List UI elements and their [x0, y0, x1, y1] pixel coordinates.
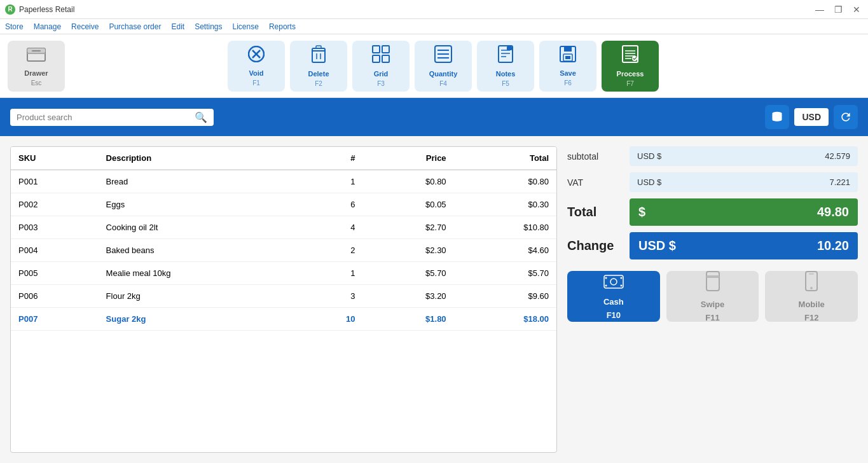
- menu-item-reports[interactable]: Reports: [269, 22, 296, 31]
- cash-icon: [603, 273, 624, 293]
- database-icon-button[interactable]: [765, 105, 789, 129]
- minimize-button[interactable]: —: [813, 4, 827, 15]
- table-row[interactable]: P002Eggs6$0.05$0.30: [11, 193, 556, 216]
- menu-item-settings[interactable]: Settings: [195, 22, 222, 31]
- table-row[interactable]: P004Baked beans2$2.30$4.60: [11, 239, 556, 262]
- svg-point-37: [610, 279, 617, 285]
- svg-point-45: [810, 287, 813, 289]
- grid-shortcut: F3: [377, 80, 385, 87]
- svg-rect-13: [382, 46, 389, 53]
- drawer-label: Drawer: [24, 69, 48, 77]
- drawer-button[interactable]: DrawerEsc: [8, 41, 65, 92]
- subtotal-label: subtotal: [567, 151, 624, 162]
- grid-icon: [372, 45, 390, 67]
- search-input[interactable]: [17, 113, 189, 122]
- main-content: SKU Description # Price Total P001Bread1…: [0, 136, 868, 463]
- cell-sku: P003: [11, 216, 99, 239]
- save-icon: [560, 46, 576, 67]
- svg-rect-36: [604, 275, 623, 288]
- svg-rect-42: [706, 272, 719, 291]
- mobile-shortcut: F12: [804, 313, 818, 322]
- cell-description: Cooking oil 2lt: [99, 216, 301, 239]
- void-icon: [248, 46, 265, 67]
- grid-button[interactable]: GridF3: [352, 41, 410, 92]
- menu-item-manage[interactable]: Manage: [34, 22, 61, 31]
- save-button[interactable]: SaveF6: [539, 41, 596, 92]
- table-row[interactable]: P003Cooking oil 2lt4$2.70$10.80: [11, 216, 556, 239]
- search-icon[interactable]: 🔍: [195, 111, 207, 123]
- right-panel: subtotal USD $ 42.579 VAT USD $ 7.221 To…: [567, 146, 858, 453]
- subtotal-value: 42.579: [825, 151, 850, 161]
- swipe-icon: [705, 271, 720, 296]
- cell-total: $18.00: [454, 308, 556, 331]
- cash-button[interactable]: Cash F10: [567, 271, 660, 322]
- notes-icon: [498, 45, 513, 67]
- quantity-label: Quantity: [429, 70, 458, 78]
- cash-shortcut: F10: [607, 310, 621, 320]
- process-button[interactable]: ProcessF7: [602, 41, 659, 92]
- cell-price: $0.80: [363, 170, 454, 193]
- table-header-row: SKU Description # Price Total: [11, 147, 556, 170]
- swipe-button[interactable]: Swipe F11: [666, 271, 759, 322]
- cell-description: Flour 2kg: [99, 285, 301, 308]
- cash-label: Cash: [603, 297, 624, 307]
- col-header-qty: #: [301, 147, 362, 170]
- app-title: Paperless Retail: [19, 5, 74, 14]
- menu-item-store[interactable]: Store: [5, 22, 24, 31]
- svg-rect-15: [382, 55, 389, 62]
- swipe-label: Swipe: [701, 300, 725, 309]
- cell-total: $0.80: [454, 170, 556, 193]
- total-value-box: $ 49.80: [630, 198, 858, 226]
- notes-shortcut: F5: [502, 80, 509, 87]
- subtotal-currency: USD $: [637, 151, 661, 161]
- vat-row: VAT USD $ 7.221: [567, 172, 858, 192]
- toolbar: DrawerEscVoidF1DeleteF2GridF3QuantityF4N…: [0, 34, 868, 98]
- svg-rect-26: [564, 46, 572, 52]
- save-shortcut: F6: [564, 79, 572, 86]
- table-row[interactable]: P005Mealie meal 10kg1$5.70$5.70: [11, 262, 556, 285]
- menu-item-edit[interactable]: Edit: [171, 22, 184, 31]
- cell-sku: P001: [11, 170, 99, 193]
- svg-point-39: [620, 277, 622, 279]
- cell-price: $1.80: [363, 308, 454, 331]
- quantity-button[interactable]: QuantityF4: [415, 41, 472, 92]
- close-button[interactable]: ✕: [850, 4, 863, 15]
- cell-description: Sugar 2kg: [99, 308, 301, 331]
- total-label: Total: [567, 205, 624, 219]
- menu-item-purchase-order[interactable]: Purchase order: [109, 22, 161, 31]
- svg-rect-9: [316, 46, 321, 48]
- search-right: USD: [765, 105, 858, 129]
- notes-button[interactable]: NotesF5: [477, 41, 534, 92]
- cell-total: $5.70: [454, 262, 556, 285]
- payment-buttons: Cash F10 Swipe F11: [567, 271, 858, 322]
- cell-total: $0.30: [454, 193, 556, 216]
- table-section: SKU Description # Price Total P001Bread1…: [10, 146, 557, 453]
- currency-display[interactable]: USD: [794, 108, 829, 126]
- menu-item-receive[interactable]: Receive: [71, 22, 99, 31]
- table-row[interactable]: P007Sugar 2kg10$1.80$18.00: [11, 308, 556, 331]
- mobile-button[interactable]: Mobile F12: [765, 271, 858, 322]
- subtotal-value-box: USD $ 42.579: [630, 146, 858, 166]
- save-label: Save: [560, 69, 576, 77]
- menu-item-license[interactable]: License: [233, 22, 259, 31]
- maximize-button[interactable]: ❐: [832, 4, 845, 15]
- refresh-button[interactable]: [834, 105, 858, 129]
- cell-qty: 4: [301, 216, 362, 239]
- col-header-total: Total: [454, 147, 556, 170]
- mobile-label: Mobile: [799, 300, 825, 309]
- delete-button[interactable]: DeleteF2: [290, 41, 347, 92]
- drawer-shortcut: Esc: [31, 79, 42, 86]
- title-bar-left: R Paperless Retail: [5, 4, 74, 15]
- table-row[interactable]: P006Flour 2kg3$3.20$9.60: [11, 285, 556, 308]
- cell-description: Baked beans: [99, 239, 301, 262]
- cell-qty: 3: [301, 285, 362, 308]
- cell-sku: P005: [11, 262, 99, 285]
- cell-qty: 6: [301, 193, 362, 216]
- vat-value-box: USD $ 7.221: [630, 172, 858, 192]
- void-button[interactable]: VoidF1: [228, 41, 285, 92]
- total-value: 49.80: [817, 205, 849, 219]
- table-row[interactable]: P001Bread1$0.80$0.80: [11, 170, 556, 193]
- process-icon: [622, 45, 638, 67]
- svg-rect-14: [373, 55, 380, 62]
- change-row: Change USD $ 10.20: [567, 232, 858, 259]
